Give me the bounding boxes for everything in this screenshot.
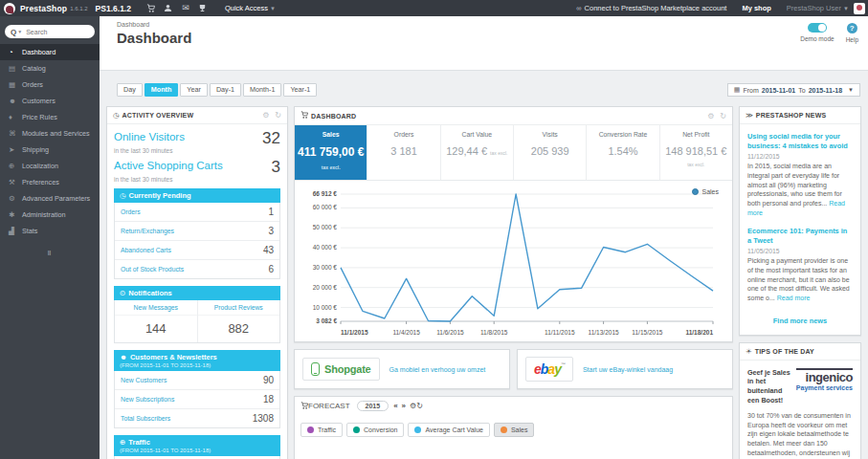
svg-text:11/4/2015: 11/4/2015 (392, 329, 420, 336)
sidebar-item-preferences[interactable]: ⚒Preferences (0, 174, 100, 190)
sidebar-item-shipping[interactable]: ➤Shipping (0, 142, 100, 158)
traffic-globe-icon: ⊕ (120, 438, 125, 447)
customers-section-icon: ☻ (120, 353, 127, 361)
range-year-1-button[interactable]: Year-1 (283, 83, 317, 97)
pending-clock-icon: ◷ (120, 191, 126, 200)
marketplace-link[interactable]: ∞Connect to PrestaShop Marketplace accou… (576, 4, 726, 12)
svg-text:30 000 €: 30 000 € (313, 264, 338, 271)
svg-text:11/18/201: 11/18/201 (685, 329, 713, 336)
shop-name[interactable]: PS1.6.1.2 (96, 4, 131, 13)
kpi-net-profit[interactable]: Net Profit 148 918,51 € tax excl. (660, 125, 732, 180)
range-month-1-button[interactable]: Month-1 (243, 83, 281, 97)
svg-text:11/1/2015: 11/1/2015 (341, 329, 368, 336)
new-messages-cell[interactable]: New Messages 144 (115, 300, 198, 342)
sidebar-item-administration[interactable]: ✱Administration (0, 207, 100, 223)
forecast-tab-sales[interactable]: Sales (494, 423, 535, 437)
svg-text:11/8/2015: 11/8/2015 (480, 329, 508, 336)
trophy-icon[interactable] (194, 4, 211, 12)
dashboard-settings-gear-icon[interactable]: ⚙ (707, 112, 714, 120)
chart-legend: Sales (692, 188, 719, 195)
news-article-title[interactable]: Ecommerce 101: Payments in a Tweet (747, 227, 853, 245)
breadcrumb[interactable]: Dashboard (100, 16, 868, 28)
range-day-1-button[interactable]: Day-1 (210, 83, 241, 97)
panel-settings-gear-icon[interactable]: ⚙ (262, 111, 269, 120)
page-title: Dashboard (100, 28, 868, 46)
sales-dot-icon (501, 426, 507, 433)
calendar-icon: ▦ (734, 86, 741, 94)
forecast-tab-average-cart-value[interactable]: Average Cart Value (408, 423, 489, 437)
news-panel-title: PRESTASHOP NEWS (756, 112, 827, 119)
cart-icon[interactable] (143, 4, 160, 12)
online-visitors-link[interactable]: Online Visitors (114, 131, 185, 142)
new-subscriptions-row[interactable]: New Subscriptions18 (115, 390, 279, 409)
sidebar-item-localization[interactable]: ⊕Localization (0, 158, 100, 174)
range-month-button[interactable]: Month (145, 83, 179, 97)
shopgate-link[interactable]: Ga mobiel en verhoog uw omzet (389, 366, 486, 373)
forecast-next-icon[interactable]: » (402, 402, 406, 410)
quick-access-menu[interactable]: Quick Access ▼ (225, 4, 276, 12)
pending-abandoned-carts-row[interactable]: Abandoned Carts43 (115, 241, 279, 260)
sales-legend-label: Sales (701, 188, 719, 195)
product-reviews-cell[interactable]: Product Reviews 882 (198, 300, 280, 342)
kpi-orders[interactable]: Orders 3 181 (367, 125, 440, 180)
svg-text:11/13/2015: 11/13/2015 (589, 329, 619, 336)
sidebar-item-price-rules[interactable]: ♦Price Rules (0, 109, 100, 125)
total-subscribers-row[interactable]: Total Subscribers1308 (115, 409, 279, 427)
forecast-tab-traffic[interactable]: Traffic (300, 423, 343, 437)
forecast-refresh-icon[interactable]: ↻ (416, 402, 423, 410)
brand-name: PrestaShop (20, 4, 67, 13)
sidebar: Q▼ ◔Dashboard ▤Catalog ▦Orders ☻Customer… (0, 16, 100, 459)
customers-quick-icon[interactable] (160, 4, 177, 12)
forecast-year-selector[interactable]: 2015 (357, 401, 389, 411)
currently-pending-list: Orders1 Return/Exchanges3 Abandoned Cart… (114, 203, 280, 279)
svg-text:11/15/2015: 11/15/2015 (632, 329, 662, 336)
active-carts-sub: in the last 30 minutes (114, 176, 280, 183)
forecast-cart-icon (300, 402, 308, 411)
sidebar-item-modules-and-services[interactable]: ⌘Modules and Services (0, 125, 100, 142)
new-customers-row[interactable]: New Customers90 (115, 371, 279, 390)
dashboard-refresh-icon[interactable]: ↻ (720, 112, 726, 120)
active-carts-link[interactable]: Active Shopping Carts (114, 160, 223, 171)
pending-out-of-stock-row[interactable]: Out of Stock Products6 (115, 260, 279, 278)
sidebar-item-stats[interactable]: ▟Stats (0, 223, 100, 239)
user-menu[interactable]: PrestaShop User ▼ (787, 4, 849, 12)
orders-icon: ▦ (9, 80, 22, 89)
sidebar-item-customers[interactable]: ☻Customers (0, 93, 100, 109)
sidebar-collapse-toggle[interactable]: ‖ (0, 249, 100, 257)
user-avatar[interactable] (854, 3, 865, 14)
news-article-title[interactable]: Using social media for your business: 4 … (747, 132, 853, 150)
svg-text:60 000 €: 60 000 € (313, 204, 338, 210)
sidebar-item-advanced-parameters[interactable]: ⚙Advanced Parameters (0, 190, 100, 207)
find-more-news-link[interactable]: Find more news (747, 313, 853, 327)
kpi-cart-value[interactable]: Cart Value 129,44 € tax excl. (441, 125, 514, 180)
sidebar-search[interactable]: Q▼ (5, 25, 95, 38)
ebay-link[interactable]: Start uw eBay-winkel vandaag (583, 366, 673, 373)
pending-orders-row[interactable]: Orders1 (115, 203, 279, 222)
search-scope-caret-icon[interactable]: ▼ (17, 29, 22, 34)
sidebar-item-orders[interactable]: ▦Orders (0, 76, 100, 93)
ebay-banner[interactable]: ebay™ Start uw eBay-winkel vandaag (517, 349, 733, 389)
demo-mode-toggle[interactable] (808, 23, 827, 33)
online-visitors-value: 32 (262, 131, 280, 145)
customers-icon: ☻ (9, 97, 22, 105)
shopgate-banner[interactable]: Shopgate Ga mobiel en verhoog uw omzet (294, 349, 510, 389)
traffic-dot-icon (307, 426, 314, 433)
date-range-picker[interactable]: ▦ From2015-11-01 To2015-11-18 ▼ (727, 83, 860, 97)
kpi-sales[interactable]: Sales 411 759,00 € tax excl. (295, 125, 367, 180)
sidebar-item-catalog[interactable]: ▤Catalog (0, 60, 100, 76)
kpi-conversion-rate[interactable]: Conversion Rate 1.54% (587, 125, 659, 180)
messages-icon[interactable]: ✉ (177, 4, 194, 12)
pending-returns-row[interactable]: Return/Exchanges3 (115, 222, 279, 241)
dashboard-icon: ◔ (9, 48, 22, 56)
read-more-link[interactable]: Read more (777, 295, 811, 301)
search-input[interactable] (26, 29, 81, 35)
forecast-tab-conversion[interactable]: Conversion (346, 423, 404, 437)
range-year-button[interactable]: Year (180, 83, 208, 97)
forecast-prev-icon[interactable]: « (393, 402, 397, 410)
sidebar-item-dashboard[interactable]: ◔Dashboard (0, 44, 100, 60)
kpi-visits[interactable]: Visits 205 939 (514, 125, 587, 180)
help-icon[interactable]: ? (847, 23, 857, 33)
range-day-button[interactable]: Day (117, 83, 143, 97)
my-shop-link[interactable]: My shop (742, 4, 770, 12)
panel-refresh-icon[interactable]: ↻ (275, 111, 281, 120)
